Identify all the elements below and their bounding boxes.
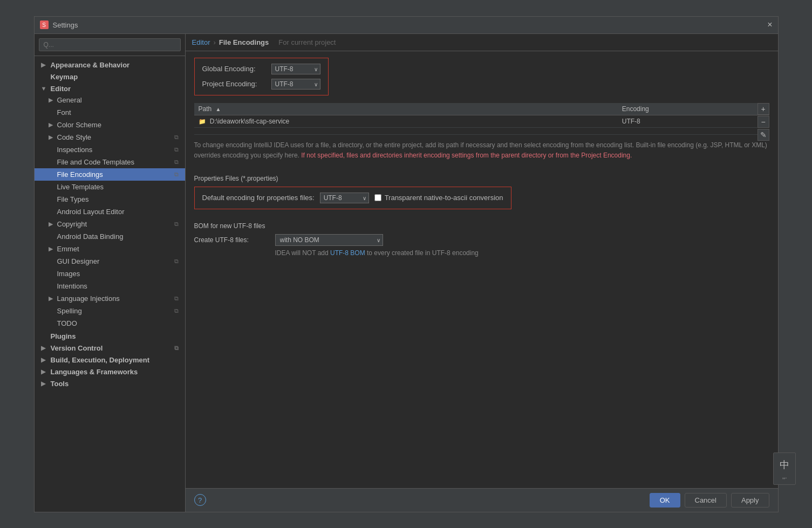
arrow-icon: ▶: [41, 345, 49, 352]
sidebar-item-label: Color Scheme: [57, 121, 179, 129]
path-column-header[interactable]: Path ▲: [194, 103, 618, 115]
sidebar-item-label: General: [57, 96, 179, 104]
arrow-icon: [49, 196, 56, 202]
bom-create-label: Create UTF-8 files:: [194, 236, 270, 244]
global-encoding-row: Global Encoding: UTF-8 UTF-16 ISO-8859-1: [202, 64, 320, 74]
sidebar-item-spelling[interactable]: Spelling ⧉: [35, 305, 185, 317]
copy-icon: ⧉: [174, 345, 179, 352]
sidebar-item-label: Version Control: [51, 344, 174, 352]
sidebar-item-keymap[interactable]: Keymap: [35, 70, 185, 82]
arrow-icon: [49, 307, 56, 314]
sidebar-item-label: Spelling: [57, 307, 174, 315]
sidebar-item-label: Android Layout Editor: [57, 208, 179, 216]
bom-row: Create UTF-8 files: with NO BOM with BOM: [194, 234, 769, 246]
sidebar-item-android-data-binding[interactable]: Android Data Binding: [35, 230, 185, 243]
encoding-value: UTF-8: [622, 118, 640, 125]
transparent-conversion-label[interactable]: Transparent native-to-ascii conversion: [385, 194, 503, 202]
sidebar-item-live-templates[interactable]: Live Templates: [35, 181, 185, 193]
sidebar-item-language-injections[interactable]: ▶ Language Injections ⧉: [35, 292, 185, 305]
bom-note: IDEA will NOT add UTF-8 BOM to every cre…: [275, 249, 769, 257]
sidebar-item-android-layout-editor[interactable]: Android Layout Editor: [35, 205, 185, 218]
sidebar-item-languages[interactable]: ▶ Languages & Frameworks: [35, 365, 185, 377]
search-input[interactable]: [39, 38, 181, 51]
remove-path-button[interactable]: −: [758, 116, 769, 128]
add-path-button[interactable]: +: [758, 103, 769, 115]
edit-path-button[interactable]: ✎: [758, 129, 769, 141]
bom-note-link[interactable]: UTF-8 BOM: [330, 249, 365, 257]
properties-encoding-select[interactable]: UTF-8 UTF-16 ISO-8859-1: [320, 193, 369, 203]
sidebar-item-label: Language Injections: [57, 294, 174, 303]
arrow-icon: [49, 146, 56, 153]
cancel-button[interactable]: Cancel: [685, 493, 727, 508]
sidebar-item-todo[interactable]: TODO: [35, 317, 185, 330]
arrow-icon: [49, 270, 56, 277]
encoding-column-header[interactable]: Encoding: [618, 103, 769, 115]
sidebar-item-label: File Types: [57, 195, 179, 203]
sidebar-item-file-encodings[interactable]: File Encodings ⧉: [35, 168, 185, 181]
close-button[interactable]: ×: [767, 20, 772, 30]
copy-icon: ⧉: [174, 307, 179, 314]
arrow-icon: [41, 333, 49, 339]
sidebar-item-font[interactable]: Font: [35, 106, 185, 119]
copy-icon: ⧉: [174, 258, 179, 265]
sidebar-item-appearance[interactable]: ▶ Appearance & Behavior: [35, 58, 185, 70]
info-text: To change encoding IntelliJ IDEA uses fo…: [194, 134, 769, 166]
sidebar-item-build[interactable]: ▶ Build, Execution, Deployment: [35, 353, 185, 365]
sidebar-item-file-code-templates[interactable]: File and Code Templates ⧉: [35, 156, 185, 168]
sidebar-item-label: Font: [57, 108, 179, 116]
copy-icon: ⧉: [174, 295, 179, 302]
sidebar-item-plugins[interactable]: Plugins: [35, 330, 185, 341]
sidebar-item-emmet[interactable]: ▶ Emmet: [35, 243, 185, 255]
ime-widget[interactable]: 中 ,,.: [773, 452, 796, 485]
apply-button[interactable]: Apply: [731, 493, 769, 508]
sidebar-item-general[interactable]: ▶ General: [35, 94, 185, 106]
sidebar-item-gui-designer[interactable]: GUI Designer ⧉: [35, 255, 185, 268]
arrow-icon: ▶: [49, 245, 56, 252]
sidebar-item-images[interactable]: Images: [35, 268, 185, 280]
arrow-icon: [49, 320, 56, 326]
sidebar-item-file-types[interactable]: File Types: [35, 193, 185, 205]
sidebar-item-copyright[interactable]: ▶ Copyright ⧉: [35, 218, 185, 230]
sidebar-item-intentions[interactable]: Intentions: [35, 280, 185, 292]
project-encoding-select[interactable]: UTF-8 UTF-16 ISO-8859-1: [271, 79, 320, 90]
path-column-label: Path: [199, 105, 212, 113]
sidebar-item-version-control[interactable]: ▶ Version Control ⧉: [35, 341, 185, 353]
table-row[interactable]: 📁 D:\ideawork\sfit-cap-service UTF-8: [194, 115, 769, 127]
sidebar-item-editor[interactable]: ▼ Editor: [35, 82, 185, 94]
sidebar-item-code-style[interactable]: ▶ Code Style ⧉: [35, 131, 185, 143]
tree: ▶ Appearance & Behavior Keymap ▼ Editor …: [35, 56, 185, 512]
project-encoding-select-wrapper: UTF-8 UTF-16 ISO-8859-1: [271, 79, 320, 90]
path-cell: 📁 D:\ideawork\sfit-cap-service: [194, 115, 618, 127]
ok-button[interactable]: OK: [650, 493, 680, 508]
global-encoding-select[interactable]: UTF-8 UTF-16 ISO-8859-1: [271, 64, 320, 74]
sidebar-item-inspections[interactable]: Inspections ⧉: [35, 143, 185, 156]
sidebar-item-label: Copyright: [57, 220, 174, 228]
sidebar-item-label: Live Templates: [57, 183, 179, 191]
help-button[interactable]: ?: [194, 494, 206, 506]
search-box: [35, 34, 185, 56]
sidebar-item-label: Emmet: [57, 245, 179, 253]
breadcrumb: Editor › File Encodings For current proj…: [186, 34, 778, 51]
sidebar-item-label: Inspections: [57, 146, 174, 154]
breadcrumb-separator: ›: [213, 38, 215, 46]
sidebar-item-color-scheme[interactable]: ▶ Color Scheme: [35, 119, 185, 131]
bom-note-suffix: to every created file in UTF-8 encoding: [365, 249, 479, 257]
transparent-conversion-checkbox[interactable]: [374, 194, 381, 201]
copy-icon: ⧉: [174, 134, 179, 141]
arrow-icon: ▶: [49, 121, 56, 128]
properties-encoding-select-wrapper: UTF-8 UTF-16 ISO-8859-1: [320, 193, 369, 203]
arrow-icon: [49, 208, 56, 215]
global-encoding-select-wrapper: UTF-8 UTF-16 ISO-8859-1: [271, 64, 320, 74]
bom-create-select[interactable]: with NO BOM with BOM: [275, 234, 383, 246]
sidebar-item-label: Android Data Binding: [57, 232, 179, 241]
arrow-icon: ▶: [41, 380, 49, 387]
sidebar-item-label: Tools: [51, 380, 179, 388]
encoding-cell: UTF-8: [618, 115, 769, 127]
copy-icon: ⧉: [174, 146, 179, 153]
sidebar-item-tools[interactable]: ▶ Tools: [35, 377, 185, 389]
properties-default-label: Default encoding for properties files:: [202, 194, 315, 202]
arrow-icon: [49, 183, 56, 190]
breadcrumb-parent[interactable]: Editor: [192, 38, 210, 46]
bottom-left: ?: [194, 494, 206, 506]
copy-icon: ⧉: [174, 171, 179, 178]
